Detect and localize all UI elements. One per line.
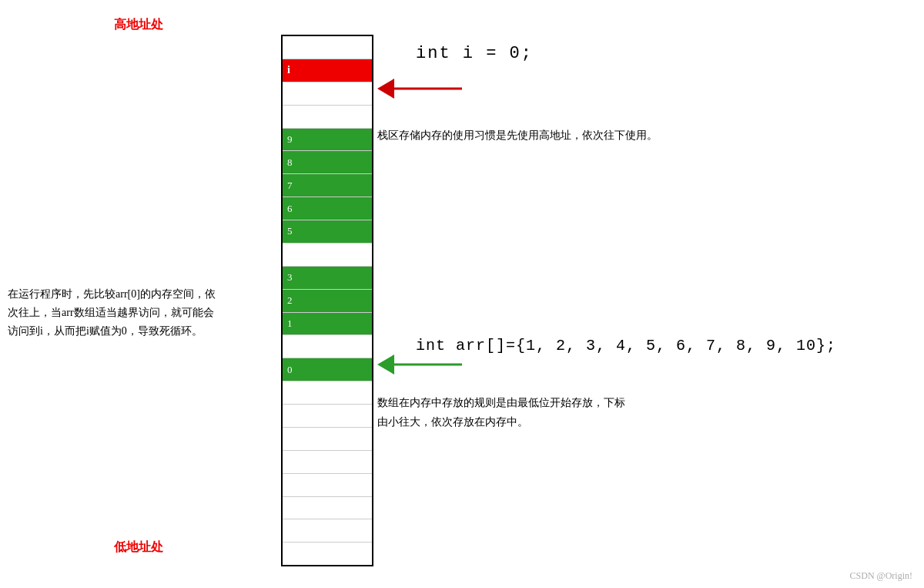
left-description: 在运行程序时，先比较arr[0]的内存空间，依次往上，当arr数组适当越界访问，… — [8, 285, 216, 340]
stack-cell: 7 — [283, 174, 372, 197]
code-label-top: int i = 0; — [416, 44, 533, 63]
stack-cell: 2 — [283, 290, 372, 313]
description-bottom: 数组在内存中存放的规则是由最低位开始存放，下标 由小往大，依次存放在内存中。 — [377, 393, 625, 432]
stack-cell — [283, 82, 372, 106]
stack-cell — [283, 381, 372, 405]
arrow-green — [377, 345, 466, 384]
stack-cell — [283, 497, 372, 520]
arrow-red — [377, 69, 466, 108]
stack-cell — [283, 474, 372, 497]
stack-cell — [283, 244, 372, 267]
stack-cell — [283, 451, 372, 474]
stack-cell: 6 — [283, 197, 372, 220]
stack-cell: 3 — [283, 267, 372, 290]
stack-cell — [283, 428, 372, 451]
svg-marker-1 — [377, 79, 394, 99]
memory-stack: i987653210 — [281, 35, 373, 566]
stack-cell — [283, 335, 372, 358]
stack-cell: 9 — [283, 129, 372, 152]
stack-cell — [283, 519, 372, 543]
stack-cell: 5 — [283, 220, 372, 244]
stack-cell: 0 — [283, 358, 372, 381]
low-address-label: 低地址处 — [114, 539, 163, 556]
code-label-bottom: int arr[]={1, 2, 3, 4, 5, 6, 7, 8, 9, 10… — [416, 337, 836, 354]
page-container: 高地址处 低地址处 在运行程序时，先比较arr[0]的内存空间，依次往上，当ar… — [0, 0, 924, 588]
stack-cell — [283, 106, 372, 129]
stack-cell: 8 — [283, 151, 372, 174]
stack-cell — [283, 36, 372, 59]
stack-cell — [283, 405, 372, 428]
stack-cell — [283, 543, 372, 565]
high-address-label: 高地址处 — [114, 17, 163, 33]
stack-cell: i — [283, 59, 372, 82]
description-top: 栈区存储内存的使用习惯是先使用高地址，依次往下使用。 — [377, 126, 658, 145]
svg-marker-3 — [377, 354, 394, 375]
watermark: CSDN @Origin! — [850, 570, 912, 582]
stack-cell: 1 — [283, 313, 372, 336]
